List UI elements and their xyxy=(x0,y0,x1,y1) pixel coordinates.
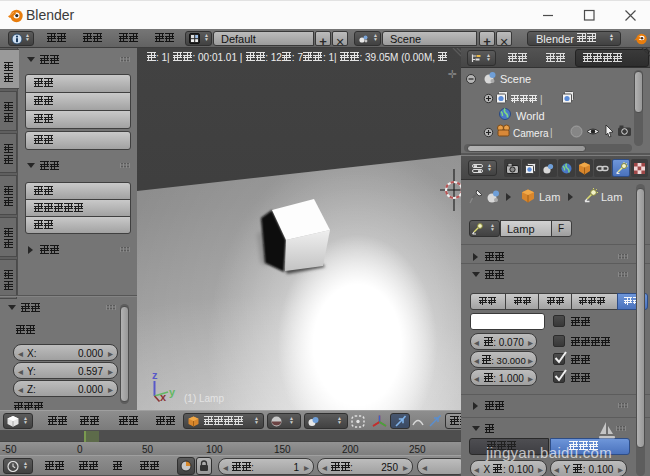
svg-text:x: x xyxy=(160,391,167,402)
svg-text:z: z xyxy=(152,369,158,381)
svg-text:y: y xyxy=(169,386,176,398)
